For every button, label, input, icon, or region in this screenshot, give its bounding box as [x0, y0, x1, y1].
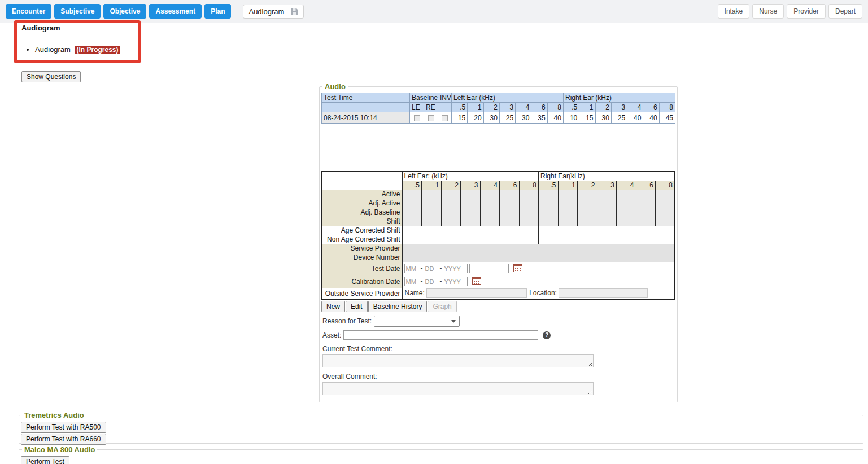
nav-subjective-button[interactable]: Subjective [54, 4, 101, 19]
grid-cell[interactable] [539, 190, 559, 199]
nav-plan-button[interactable]: Plan [204, 4, 231, 19]
grid-cell[interactable] [422, 199, 442, 208]
grid-cell[interactable] [461, 217, 481, 226]
grid-cell[interactable] [441, 208, 461, 217]
grid-cell[interactable] [617, 217, 636, 226]
grid-cell[interactable] [656, 217, 675, 226]
grid-cell[interactable] [558, 217, 578, 226]
grid-cell[interactable] [441, 199, 461, 208]
test-time-cell[interactable]: 08-24-2015 10:14 [322, 112, 410, 124]
calibration-date-month-input[interactable] [404, 277, 420, 286]
grid-cell[interactable] [539, 199, 559, 208]
test-time-input[interactable] [469, 264, 509, 273]
grid-cell[interactable] [578, 199, 597, 208]
baseline-re-checkbox[interactable] [428, 115, 434, 121]
grid-cell[interactable] [402, 199, 422, 208]
grid-cell[interactable] [461, 199, 481, 208]
calendar-icon[interactable] [513, 266, 522, 274]
grid-cell[interactable] [422, 208, 442, 217]
grid-cell[interactable] [656, 190, 675, 199]
test-date-month-input[interactable] [404, 264, 420, 273]
role-intake-button[interactable]: Intake [718, 4, 750, 19]
test-history-row[interactable]: 08-24-2015 10:14 15 20 30 25 30 35 40 10… [322, 112, 675, 124]
asset-input[interactable] [343, 330, 538, 340]
grid-cell[interactable] [519, 208, 539, 217]
grid-cell[interactable] [558, 208, 578, 217]
grid-cell[interactable] [500, 199, 520, 208]
grid-cell[interactable] [480, 190, 500, 199]
nav-assessment-button[interactable]: Assessment [149, 4, 202, 19]
calibration-date-day-input[interactable] [424, 277, 439, 286]
grid-cell[interactable] [480, 208, 500, 217]
tab-audiogram[interactable]: Audiogram [243, 5, 304, 19]
role-nurse-button[interactable]: Nurse [752, 4, 784, 19]
show-questions-button[interactable]: Show Questions [21, 71, 81, 82]
grid-cell[interactable] [461, 190, 481, 199]
grid-cell[interactable] [578, 208, 597, 217]
grid-cell[interactable] [636, 217, 656, 226]
grid-cell[interactable] [558, 190, 578, 199]
grid-cell[interactable] [558, 199, 578, 208]
grid-cell[interactable] [402, 208, 422, 217]
grid-cell[interactable] [539, 208, 559, 217]
grid-cell[interactable] [617, 199, 636, 208]
grid-cell[interactable] [636, 190, 656, 199]
test-date-day-input[interactable] [424, 264, 439, 273]
grid-cell[interactable] [402, 190, 422, 199]
reason-for-test-select[interactable] [374, 316, 460, 327]
grid-cell[interactable] [617, 190, 636, 199]
grid-cell[interactable] [656, 208, 675, 217]
calibration-date-year-input[interactable] [443, 277, 468, 286]
grid-cell[interactable] [656, 199, 675, 208]
grid-cell[interactable] [461, 208, 481, 217]
baseline-history-button[interactable]: Baseline History [368, 301, 428, 312]
row-label-age-corrected-shift: Age Corrected Shift [322, 226, 402, 235]
grid-cell[interactable] [578, 190, 597, 199]
grid-cell[interactable] [519, 199, 539, 208]
grid-cell[interactable] [519, 217, 539, 226]
grid-cell[interactable] [597, 199, 617, 208]
grid-cell[interactable] [422, 190, 442, 199]
grid-cell[interactable] [539, 217, 559, 226]
nav-objective-button[interactable]: Objective [103, 4, 146, 19]
role-provider-button[interactable]: Provider [787, 4, 826, 19]
grid-cell[interactable] [597, 217, 617, 226]
grid-cell[interactable] [500, 190, 520, 199]
help-icon[interactable]: ? [543, 331, 551, 339]
perform-test-ra660-button[interactable]: Perform Test with RA660 [21, 434, 106, 445]
task-list: Audiogram (In Progress) [25, 41, 120, 58]
grid-cell[interactable] [500, 208, 520, 217]
grid-cell[interactable] [402, 217, 422, 226]
save-icon[interactable] [291, 8, 298, 15]
grid-cell[interactable] [636, 208, 656, 217]
audiogram-task-link[interactable]: Audiogram [35, 45, 71, 54]
maico-perform-test-button[interactable]: Perform Test [21, 456, 69, 464]
perform-test-ra500-button[interactable]: Perform Test with RA500 [21, 422, 106, 433]
outside-name-input[interactable] [426, 288, 527, 298]
grid-cell[interactable] [500, 217, 520, 226]
grid-cell[interactable] [519, 190, 539, 199]
service-provider-field[interactable] [402, 244, 675, 253]
grid-cell[interactable] [636, 199, 656, 208]
grid-cell[interactable] [578, 217, 597, 226]
grid-cell[interactable] [441, 190, 461, 199]
outside-location-input[interactable] [559, 288, 648, 298]
calendar-icon[interactable] [472, 279, 481, 287]
device-number-field[interactable] [402, 253, 675, 262]
inv-checkbox[interactable] [442, 115, 448, 121]
role-depart-button[interactable]: Depart [828, 4, 862, 19]
grid-cell[interactable] [480, 217, 500, 226]
grid-cell[interactable] [441, 217, 461, 226]
nav-encounter-button[interactable]: Encounter [6, 4, 51, 19]
new-button[interactable]: New [321, 301, 345, 312]
current-test-comment-textarea[interactable] [322, 354, 594, 367]
overall-comment-textarea[interactable] [322, 382, 594, 395]
edit-button[interactable]: Edit [346, 301, 368, 312]
baseline-le-checkbox[interactable] [414, 115, 420, 121]
grid-cell[interactable] [597, 208, 617, 217]
grid-cell[interactable] [422, 217, 442, 226]
test-date-year-input[interactable] [443, 264, 468, 273]
grid-cell[interactable] [480, 199, 500, 208]
grid-cell[interactable] [617, 208, 636, 217]
grid-cell[interactable] [597, 190, 617, 199]
